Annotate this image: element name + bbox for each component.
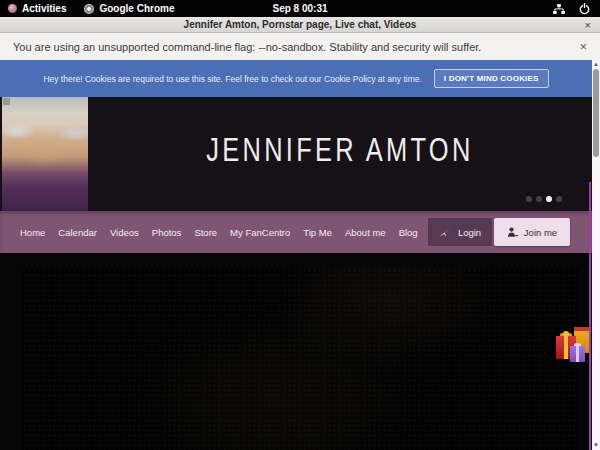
window-close-icon[interactable]: × [585,17,591,32]
chrome-icon [84,4,94,14]
person-add-icon [507,227,518,238]
join-me-label: Join me [524,227,557,238]
scrollbar-thumb[interactable] [593,69,599,157]
site-nav-bar: HomeCalendarVideosPhotosStoreMy FanCentr… [0,211,592,253]
carousel-dot-3[interactable] [546,196,552,202]
carousel-dot-1[interactable] [526,196,532,202]
vertical-scrollbar[interactable]: ▲ ▼ [592,60,600,450]
focused-app-menu[interactable]: Google Chrome [84,3,174,14]
nav-item-about-me[interactable]: About me [345,227,386,238]
screen: Sep 8 00:31 Activities Google Chrome [0,0,600,450]
cookie-message: Hey there! Cookies are required to use t… [43,74,421,84]
login-label: Login [458,227,481,238]
nav-item-blog[interactable]: Blog [399,227,418,238]
page-title: JENNIFER AMTON [88,127,592,173]
send-arrow-icon [439,227,452,237]
activities-icon [8,4,17,13]
page-edge-accent-line [589,182,591,450]
page-title-text: JENNIFER AMTON [206,131,473,170]
scroll-up-icon[interactable]: ▲ [592,60,600,69]
cookie-consent-bar: Hey there! Cookies are required to use t… [0,60,592,97]
login-button[interactable]: Login [428,218,492,246]
browser-viewport: Hey there! Cookies are required to use t… [0,60,600,450]
nav-item-store[interactable]: Store [194,227,217,238]
nav-items: HomeCalendarVideosPhotosStoreMy FanCentr… [20,211,418,253]
scroll-down-icon[interactable]: ▼ [592,441,600,450]
hero-thumbnail-image[interactable] [2,97,88,211]
nav-item-my-fancentro[interactable]: My FanCentro [230,227,290,238]
nav-item-home[interactable]: Home [20,227,45,238]
window-title: Jennifer Amton, Pornstar page, Live chat… [184,19,417,30]
system-tray[interactable] [553,0,590,17]
infobar-close-icon[interactable]: × [579,39,587,54]
window-title-bar[interactable]: Jennifer Amton, Pornstar page, Live chat… [0,17,600,33]
cookie-accept-button[interactable]: I DON'T MIND COOKIES [434,69,549,88]
hero-banner: JENNIFER AMTON [0,97,592,211]
activities-button[interactable]: Activities [8,3,66,14]
activities-label: Activities [22,3,66,14]
app-name-label: Google Chrome [99,3,174,14]
chrome-infobar: You are using an unsupported command-lin… [0,33,600,60]
carousel-dots [526,196,562,202]
infobar-message: You are using an unsupported command-lin… [13,41,481,53]
gnome-top-bar: Sep 8 00:31 Activities Google Chrome [0,0,600,17]
gifts-widget[interactable] [554,326,592,364]
join-me-button[interactable]: Join me [494,218,570,246]
thumbnail-corner-icon [3,98,10,105]
carousel-dot-4[interactable] [556,196,562,202]
network-icon [553,4,565,14]
nav-item-photos[interactable]: Photos [152,227,182,238]
nav-item-tip-me[interactable]: Tip Me [303,227,332,238]
main-content [0,253,592,450]
carousel-dot-2[interactable] [536,196,542,202]
nav-item-videos[interactable]: Videos [110,227,139,238]
purple-gift-icon [570,346,585,362]
power-icon [579,3,590,15]
nav-item-calendar[interactable]: Calendar [58,227,97,238]
video-player-area[interactable] [22,268,578,450]
